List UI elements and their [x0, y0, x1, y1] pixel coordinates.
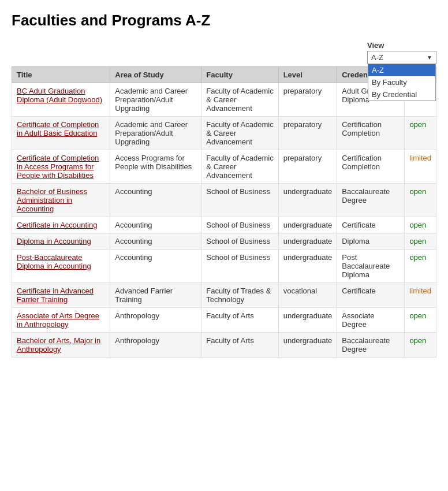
cell-credential: Baccalaureate Degree [337, 184, 405, 217]
cell-level: undergraduate [278, 184, 337, 217]
program-link[interactable]: Post-Baccalaureate Diploma in Accounting [17, 253, 91, 270]
cell-title: Certificate of Completion in Adult Basic… [12, 117, 110, 150]
col-level: Level [278, 67, 337, 83]
program-link[interactable]: Certificate of Completion in Adult Basic… [17, 120, 99, 137]
cell-intake: open [405, 217, 436, 233]
program-link[interactable]: Bachelor of Arts, Major in Anthropology [17, 336, 100, 354]
cell-level: preparatory [278, 83, 337, 117]
table-row: Certificate in Advanced Farrier Training… [12, 283, 436, 308]
view-control: View A-Z ▼ A-Z By Faculty By Credential [12, 41, 436, 64]
cell-faculty: Faculty of Academic & Career Advancement [201, 117, 278, 150]
view-dropdown[interactable]: A-Z ▼ A-Z By Faculty By Credential [367, 51, 436, 64]
cell-faculty: School of Business [201, 184, 278, 217]
cell-faculty: Faculty of Academic & Career Advancement [201, 150, 278, 184]
cell-title: BC Adult Graduation Diploma (Adult Dogwo… [12, 83, 110, 117]
cell-intake: open [405, 308, 436, 333]
dropdown-item-by-faculty[interactable]: By Faculty [368, 76, 435, 88]
cell-title: Bachelor of Arts, Major in Anthropology [12, 333, 110, 358]
program-link[interactable]: Bachelor of Business Administration in A… [17, 187, 87, 213]
cell-faculty: School of Business [201, 250, 278, 283]
program-link[interactable]: Certificate in Accounting [17, 221, 97, 229]
cell-title: Bachelor of Business Administration in A… [12, 184, 110, 217]
cell-intake: limited [405, 150, 436, 184]
programs-table: Title Area of Study Faculty Level Creden… [12, 66, 436, 358]
cell-intake: open [405, 117, 436, 150]
cell-faculty: Faculty of Trades & Technology [201, 283, 278, 308]
view-box: View A-Z ▼ A-Z By Faculty By Credential [367, 41, 436, 64]
cell-title: Certificate of Completion in Access Prog… [12, 150, 110, 184]
table-row: Certificate in AccountingAccountingSchoo… [12, 217, 436, 233]
cell-title: Associate of Arts Degree in Anthropology [12, 308, 110, 333]
table-row: Post-Baccalaureate Diploma in Accounting… [12, 250, 436, 283]
cell-level: undergraduate [278, 333, 337, 358]
cell-faculty: School of Business [201, 217, 278, 233]
col-faculty: Faculty [201, 67, 278, 83]
cell-area: Accounting [110, 250, 201, 283]
cell-faculty: Faculty of Arts [201, 333, 278, 358]
table-row: Certificate of Completion in Access Prog… [12, 150, 436, 184]
table-row: Certificate of Completion in Adult Basic… [12, 117, 436, 150]
cell-level: undergraduate [278, 308, 337, 333]
cell-level: undergraduate [278, 250, 337, 283]
table-row: Diploma in AccountingAccountingSchool of… [12, 233, 436, 250]
dropdown-item-az[interactable]: A-Z [368, 64, 435, 76]
cell-level: undergraduate [278, 217, 337, 233]
cell-area: Advanced Farrier Training [110, 283, 201, 308]
cell-area: Anthropology [110, 333, 201, 358]
dropdown-item-by-credential[interactable]: By Credential [368, 88, 435, 101]
cell-title: Post-Baccalaureate Diploma in Accounting [12, 250, 110, 283]
cell-level: preparatory [278, 150, 337, 184]
program-link[interactable]: Diploma in Accounting [17, 237, 91, 246]
cell-credential: Certificate [337, 283, 405, 308]
cell-intake: open [405, 333, 436, 358]
cell-title: Diploma in Accounting [12, 233, 110, 250]
cell-title: Certificate in Accounting [12, 217, 110, 233]
table-row: Bachelor of Business Administration in A… [12, 184, 436, 217]
cell-faculty: Faculty of Arts [201, 308, 278, 333]
view-label: View [367, 41, 436, 50]
cell-area: Academic and Career Preparation/Adult Up… [110, 83, 201, 117]
program-link[interactable]: Associate of Arts Degree in Anthropology [17, 311, 99, 329]
cell-level: preparatory [278, 117, 337, 150]
cell-area: Anthropology [110, 308, 201, 333]
cell-credential: Post Baccalaureate Diploma [337, 250, 405, 283]
cell-credential: Diploma [337, 233, 405, 250]
cell-intake: open [405, 184, 436, 217]
dropdown-menu: A-Z By Faculty By Credential [368, 64, 436, 101]
cell-area: Accounting [110, 184, 201, 217]
dropdown-selected[interactable]: A-Z ▼ [368, 51, 436, 64]
table-row: Associate of Arts Degree in Anthropology… [12, 308, 436, 333]
cell-intake: open [405, 233, 436, 250]
chevron-down-icon: ▼ [427, 54, 432, 61]
program-link[interactable]: Certificate in Advanced Farrier Training [17, 287, 94, 304]
cell-credential: Certification Completion [337, 117, 405, 150]
program-link[interactable]: Certificate of Completion in Access Prog… [17, 154, 99, 180]
cell-faculty: Faculty of Academic & Career Advancement [201, 83, 278, 117]
cell-area: Accounting [110, 217, 201, 233]
col-area: Area of Study [110, 67, 201, 83]
dropdown-selected-text: A-Z [371, 53, 383, 62]
col-title: Title [12, 67, 110, 83]
cell-level: vocational [278, 283, 337, 308]
cell-area: Accounting [110, 233, 201, 250]
cell-faculty: School of Business [201, 233, 278, 250]
cell-intake: open [405, 250, 436, 283]
cell-level: undergraduate [278, 233, 337, 250]
cell-intake: limited [405, 283, 436, 308]
cell-credential: Certification Completion [337, 150, 405, 184]
cell-title: Certificate in Advanced Farrier Training [12, 283, 110, 308]
cell-area: Academic and Career Preparation/Adult Up… [110, 117, 201, 150]
page-title: Faculties and Programs A-Z [12, 12, 436, 29]
program-link[interactable]: BC Adult Graduation Diploma (Adult Dogwo… [17, 87, 102, 104]
cell-credential: Associate Degree [337, 308, 405, 333]
table-row: Bachelor of Arts, Major in AnthropologyA… [12, 333, 436, 358]
cell-credential: Certificate [337, 217, 405, 233]
cell-credential: Baccalaureate Degree [337, 333, 405, 358]
cell-area: Access Programs for People with Disabili… [110, 150, 201, 184]
